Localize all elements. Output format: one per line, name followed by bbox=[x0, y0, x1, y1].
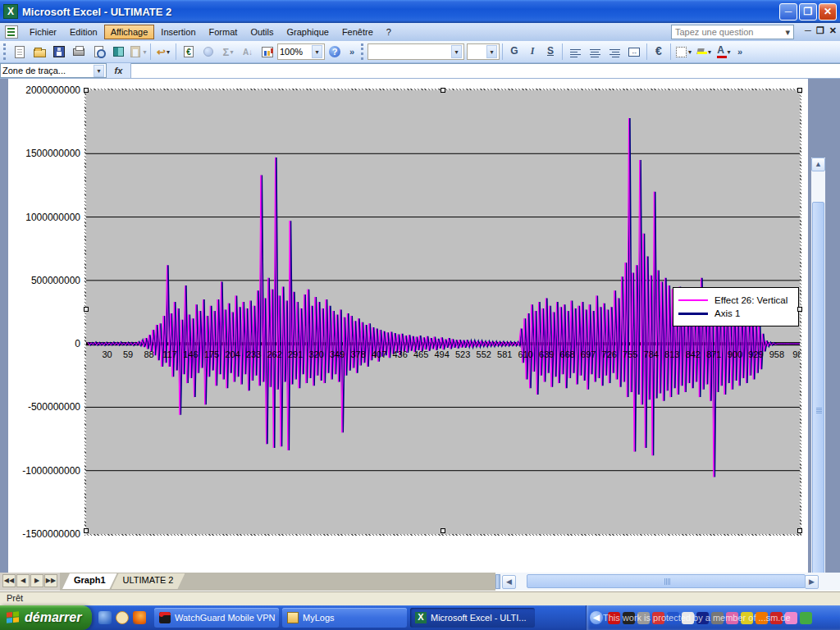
question-dropdown-icon[interactable]: ▾ bbox=[785, 27, 790, 37]
scroll-left-button[interactable]: ◀ bbox=[502, 575, 516, 589]
menu-edition[interactable]: Edition bbox=[63, 25, 104, 39]
tray-icon[interactable] bbox=[726, 612, 738, 624]
hyperlink-button[interactable] bbox=[199, 43, 217, 61]
menu-?[interactable]: ? bbox=[380, 25, 398, 39]
align-left-button[interactable] bbox=[566, 43, 584, 61]
close-button[interactable]: ✕ bbox=[819, 3, 837, 21]
research-button[interactable] bbox=[109, 43, 127, 61]
internet-explorer-icon[interactable] bbox=[98, 611, 112, 624]
selection-handle[interactable] bbox=[797, 528, 802, 533]
menu-fichier[interactable]: Fichier bbox=[23, 25, 63, 39]
name-box-dropdown-icon[interactable]: ▾ bbox=[94, 65, 104, 77]
prev-sheet-button[interactable]: ◀ bbox=[16, 574, 30, 587]
doc-minimize-button[interactable]: ─ bbox=[805, 25, 811, 36]
scroll-up-button[interactable]: ▲ bbox=[811, 158, 825, 171]
tray-icon[interactable] bbox=[637, 612, 650, 624]
chart-wizard-button[interactable] bbox=[258, 43, 276, 61]
selection-handle[interactable] bbox=[84, 528, 89, 533]
menu-affichage[interactable]: Affichage bbox=[104, 25, 155, 39]
task-button-watchguard-mobile-vpn[interactable]: WatchGuard Mobile VPN bbox=[154, 608, 279, 628]
clock-app-icon[interactable] bbox=[116, 611, 129, 624]
selection-handle[interactable] bbox=[441, 528, 445, 533]
insert-function-button[interactable]: fx bbox=[107, 63, 131, 78]
formula-input[interactable] bbox=[131, 63, 840, 78]
tray-icon[interactable] bbox=[667, 612, 679, 624]
horizontal-scrollbar[interactable]: ◀ ▶ bbox=[495, 573, 840, 591]
horizontal-scroll-thumb[interactable] bbox=[527, 574, 806, 588]
underline-button[interactable]: S bbox=[541, 43, 559, 61]
selection-handle[interactable] bbox=[84, 307, 89, 312]
new-button[interactable] bbox=[11, 43, 29, 61]
sheet-tab-graph1[interactable]: Graph1 bbox=[62, 573, 117, 589]
tray-icon[interactable] bbox=[711, 612, 724, 624]
selection-handle[interactable] bbox=[84, 88, 89, 93]
chart-sheet[interactable]: 2000000000150000000010000000005000000000… bbox=[8, 79, 808, 573]
tray-icon[interactable] bbox=[770, 612, 783, 624]
font-combo[interactable]: ▾ bbox=[368, 43, 464, 60]
merge-center-button[interactable]: ↔ bbox=[625, 43, 643, 61]
euro-convert-button[interactable]: € bbox=[180, 43, 198, 61]
save-button[interactable] bbox=[50, 43, 68, 61]
menu-insertion[interactable]: Insertion bbox=[154, 25, 202, 39]
selection-handle[interactable] bbox=[797, 88, 802, 93]
menu-outils[interactable]: Outils bbox=[244, 25, 280, 39]
vertical-scrollbar[interactable]: ▲ ▼ bbox=[811, 158, 825, 630]
minimize-button[interactable]: ─ bbox=[779, 3, 797, 21]
plot-area-selection-border[interactable]: 3059881171461752042332622913203493784074… bbox=[84, 89, 801, 536]
next-sheet-button[interactable]: ▶ bbox=[30, 574, 43, 587]
font-color-button[interactable]: A▾ bbox=[714, 43, 732, 61]
tab-split-handle[interactable] bbox=[495, 574, 500, 589]
toolbar-grip[interactable] bbox=[3, 43, 7, 60]
tray-icon[interactable] bbox=[800, 612, 812, 624]
scroll-right-button[interactable]: ▶ bbox=[805, 575, 819, 589]
name-box[interactable]: Zone de traça... ▾ bbox=[0, 63, 107, 78]
last-sheet-button[interactable]: ▶▶ bbox=[44, 574, 57, 587]
plot-area[interactable]: 3059881171461752042332622913203493784074… bbox=[86, 90, 800, 534]
align-center-button[interactable] bbox=[586, 43, 604, 61]
format-options-chevron[interactable]: » bbox=[734, 47, 746, 57]
italic-button[interactable]: I bbox=[523, 43, 541, 61]
sheet-tab-ultimate-2[interactable]: ULTIMATE 2 bbox=[112, 573, 185, 589]
undo-button[interactable]: ↩▾ bbox=[154, 43, 172, 61]
doc-restore-button[interactable]: ❐ bbox=[816, 25, 824, 36]
print-preview-button[interactable] bbox=[89, 43, 107, 61]
menu-format[interactable]: Format bbox=[203, 25, 244, 39]
print-button[interactable] bbox=[70, 43, 88, 61]
menu-fentre[interactable]: Fenêtre bbox=[336, 25, 380, 39]
tray-icon[interactable] bbox=[682, 612, 694, 624]
start-button[interactable]: démarrer bbox=[0, 605, 92, 630]
zoom-combo[interactable]: 100%▾ bbox=[277, 43, 325, 60]
tray-collapse-icon[interactable]: ◀ bbox=[590, 611, 603, 624]
sort-ascending-button[interactable]: A↓ bbox=[239, 43, 257, 61]
doc-close-button[interactable]: ✕ bbox=[829, 25, 837, 36]
toolbar-options-chevron[interactable]: » bbox=[346, 47, 358, 57]
euro-format-button[interactable]: € bbox=[650, 43, 668, 61]
tray-icon[interactable] bbox=[652, 612, 664, 624]
chart-legend[interactable]: Effect 26: Vertical Axis 1 bbox=[673, 287, 799, 326]
tray-icon[interactable] bbox=[696, 612, 709, 624]
question-input[interactable]: Tapez une question ▾ bbox=[671, 25, 794, 39]
firefox-icon[interactable] bbox=[133, 611, 146, 624]
borders-button[interactable]: ▾ bbox=[674, 43, 692, 61]
bold-button[interactable]: G bbox=[505, 43, 523, 61]
tray-icon[interactable] bbox=[785, 612, 797, 624]
restore-button[interactable]: ❐ bbox=[799, 3, 817, 21]
fill-color-button[interactable]: ▾ bbox=[694, 43, 712, 61]
menu-graphique[interactable]: Graphique bbox=[281, 25, 336, 39]
vertical-scroll-thumb[interactable] bbox=[812, 202, 824, 616]
paste-button[interactable]: ▾ bbox=[129, 43, 147, 61]
tray-icon[interactable] bbox=[623, 612, 635, 624]
selection-handle[interactable] bbox=[441, 88, 445, 93]
help-button[interactable]: ? bbox=[326, 43, 344, 61]
tray-icon[interactable] bbox=[741, 612, 753, 624]
first-sheet-button[interactable]: ◀◀ bbox=[2, 574, 16, 587]
open-button[interactable] bbox=[30, 43, 48, 61]
selection-handle[interactable] bbox=[797, 307, 802, 312]
tray-icon[interactable] bbox=[756, 612, 768, 624]
tray-icon[interactable] bbox=[608, 612, 620, 624]
format-toolbar-grip[interactable] bbox=[361, 43, 364, 60]
task-button-mylogs[interactable]: MyLogs bbox=[282, 608, 407, 628]
align-right-button[interactable] bbox=[605, 43, 623, 61]
font-size-combo[interactable]: ▾ bbox=[467, 43, 500, 60]
autosum-button[interactable]: Σ▾ bbox=[219, 43, 237, 61]
